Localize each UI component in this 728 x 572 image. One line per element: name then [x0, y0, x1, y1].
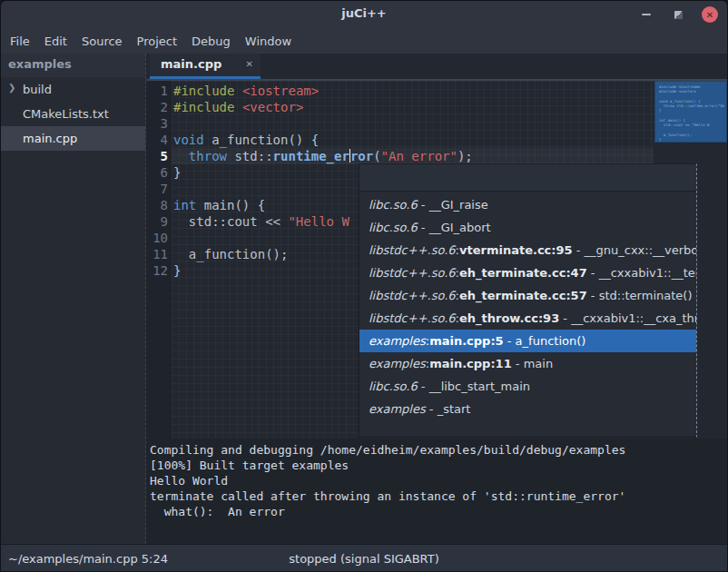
- line-number: 5: [146, 148, 168, 164]
- menu-item-project[interactable]: Project: [137, 35, 177, 48]
- preview-line: }: [659, 137, 726, 142]
- line-number: 7: [146, 181, 168, 197]
- close-icon: ✕: [706, 10, 713, 20]
- menubar: FileEditSourceProjectDebugWindow: [1, 28, 727, 54]
- restore-icon: [674, 11, 683, 19]
- backtrace-item[interactable]: examples:main.cpp:5 - a_function(): [359, 330, 696, 352]
- close-button[interactable]: ✕: [702, 6, 718, 23]
- frame-file-line: vterminate.cc:95: [459, 243, 573, 257]
- tree-item-cmakelists.txt[interactable]: CMakeLists.txt: [1, 102, 145, 126]
- line-number: 3: [146, 115, 168, 132]
- line-number: 1: [146, 83, 168, 99]
- backtrace-item[interactable]: libc.so.6 - __GI_abort: [359, 216, 696, 239]
- statusbar: ~/examples/main.cpp 5:24 stopped (signal…: [1, 544, 727, 572]
- tab-label: main.cpp: [161, 57, 241, 71]
- popup-search-entry[interactable]: [359, 164, 696, 192]
- terminal-output[interactable]: Compiling and debugging /home/eidheim/ex…: [146, 439, 728, 544]
- code-line: void a_function() {: [173, 132, 319, 148]
- tab-close-icon[interactable]: ✕: [246, 59, 253, 69]
- code-line: #include <vector>: [173, 99, 303, 115]
- frame-library: libc.so.6: [369, 198, 418, 212]
- code-line: int main() {: [173, 197, 265, 213]
- terminal-line: [100%] Built target examples: [150, 458, 728, 473]
- tree-item-label: main.cpp: [23, 132, 77, 145]
- code-line: std::cout << "Hello W: [173, 213, 349, 230]
- tree-item-label: build: [23, 83, 52, 96]
- minimize-button[interactable]: [638, 6, 654, 23]
- code-line: throw std::runtime_error("An error");: [173, 148, 473, 164]
- window-controls: ✕: [638, 1, 718, 28]
- line-number: 2: [146, 99, 168, 115]
- tab-main-cpp[interactable]: main.cpp ✕: [150, 54, 261, 79]
- code-line: }: [173, 262, 181, 279]
- chevron-right-icon[interactable]: ❯: [8, 83, 15, 93]
- frame-library: libc.so.6: [369, 221, 418, 234]
- tab-bar: main.cpp ✕: [146, 54, 728, 81]
- frame-file-line: eh_terminate.cc:47: [459, 266, 587, 280]
- backtrace-item[interactable]: examples - _start: [359, 398, 696, 420]
- restore-button[interactable]: [670, 6, 686, 23]
- backtrace-item[interactable]: examples:main.cpp:11 - main: [359, 352, 696, 375]
- line-number: 8: [146, 197, 168, 213]
- tree-item-build[interactable]: ❯build: [1, 77, 145, 102]
- tree-item-main.cpp[interactable]: main.cpp: [1, 126, 145, 151]
- code-editor[interactable]: 123456789101112 #include <iostream>#incl…: [146, 81, 728, 439]
- backtrace-item[interactable]: libstdc++.so.6:eh_terminate.cc:57 - std:…: [359, 284, 696, 307]
- frame-library: libstdc++.so.6: [369, 289, 456, 302]
- backtrace-item[interactable]: libstdc++.so.6:vterminate.cc:95 - __gnu_…: [359, 239, 696, 261]
- titlebar: juCi++ ✕: [1, 1, 727, 28]
- frame-file-line: main.cpp:11: [429, 357, 512, 370]
- frame-library: libstdc++.so.6: [369, 266, 456, 280]
- menu-item-file[interactable]: File: [10, 35, 30, 48]
- frame-library: libstdc++.so.6: [369, 311, 456, 325]
- terminal-line: terminate called after throwing an insta…: [150, 488, 728, 504]
- backtrace-popup: libc.so.6 - __GI_raiselibc.so.6 - __GI_a…: [359, 163, 697, 438]
- window-title: juCi++: [1, 6, 727, 20]
- line-number: 4: [146, 132, 168, 148]
- backtrace-item[interactable]: libstdc++.so.6:eh_throw.cc:93 - __cxxabi…: [359, 307, 696, 330]
- menu-item-debug[interactable]: Debug: [192, 35, 231, 48]
- status-debug-state: stopped (signal SIGABRT): [1, 552, 727, 566]
- menu-item-edit[interactable]: Edit: [44, 35, 67, 48]
- menu-item-source[interactable]: Source: [82, 35, 123, 48]
- main-pane: main.cpp ✕ 123456789101112 #include <ios…: [146, 54, 728, 544]
- code-line: }: [173, 164, 181, 181]
- backtrace-list: libc.so.6 - __GI_raiselibc.so.6 - __GI_a…: [359, 193, 696, 420]
- file-tree-sidebar: examples ❯buildCMakeLists.txtmain.cpp: [1, 54, 146, 544]
- frame-library: examples: [369, 357, 426, 370]
- frame-library: examples: [369, 402, 426, 416]
- app-window: juCi++ ✕ FileEditSourceProjectDebugWindo…: [0, 0, 728, 572]
- frame-file-line: main.cpp:5: [429, 334, 504, 348]
- line-number: 6: [146, 164, 168, 181]
- file-tree: ❯buildCMakeLists.txtmain.cpp: [1, 77, 145, 151]
- code-line: #include <iostream>: [173, 83, 319, 99]
- backtrace-item[interactable]: libc.so.6 - __GI_raise: [359, 193, 696, 216]
- frame-library: libc.so.6: [369, 380, 418, 393]
- backtrace-item[interactable]: libstdc++.so.6:eh_terminate.cc:47 - __cx…: [359, 261, 696, 284]
- frame-file-line: eh_terminate.cc:57: [459, 289, 587, 302]
- tree-item-label: CMakeLists.txt: [23, 107, 109, 121]
- backtrace-item[interactable]: libc.so.6 - __libc_start_main: [359, 375, 696, 398]
- frame-file-line: eh_throw.cc:93: [459, 311, 559, 325]
- menu-item-window[interactable]: Window: [245, 35, 291, 48]
- code-line: a_function();: [173, 246, 288, 262]
- line-number: 9: [146, 213, 168, 230]
- line-number: 10: [146, 230, 168, 246]
- frame-library: examples: [369, 334, 426, 348]
- line-number: 11: [146, 246, 168, 262]
- terminal-line: Compiling and debugging /home/eidheim/ex…: [150, 442, 728, 458]
- minimize-icon: [642, 14, 651, 15]
- terminal-line: Hello World: [150, 473, 728, 488]
- line-number: 12: [146, 262, 168, 279]
- project-name-header: examples: [1, 54, 145, 77]
- code-preview-tooltip: #include <iostream>#include <vector> voi…: [654, 81, 727, 143]
- frame-library: libstdc++.so.6: [369, 243, 456, 257]
- terminal-line: what(): An error: [150, 504, 728, 519]
